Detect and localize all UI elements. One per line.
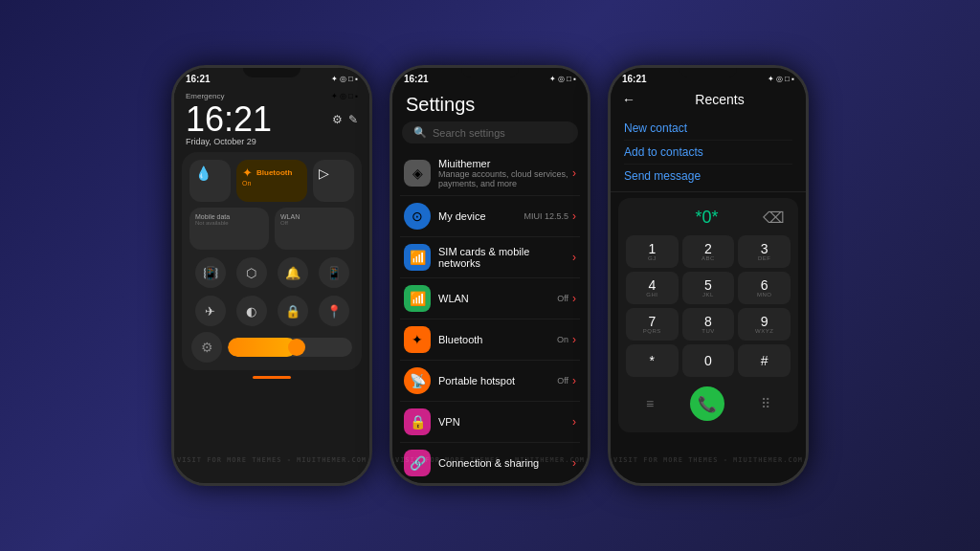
bluetooth-settings-icon: ✦ [404,326,431,353]
dial-key-0[interactable]: 0 [682,344,735,377]
dnd-btn[interactable]: ◐ [236,296,267,326]
wlan-name: WLAN [438,293,557,304]
wlan-value: Off [557,294,568,303]
chevron-icon: › [572,415,576,429]
dial-key-hash[interactable]: # [738,344,791,377]
settings-btn[interactable]: ⚙ [191,332,222,363]
chevron-icon: › [572,209,576,223]
dial-key-7[interactable]: 7 PQRS [626,308,679,341]
chevron-icon: › [572,333,576,346]
settings-item-miuithemer[interactable]: ◈ Miuithemer Manage accounts, cloud serv… [400,151,580,196]
sim-name: SIM cards & mobile networks [438,246,572,269]
miuithemer-sub: Manage accounts, cloud services, payment… [438,169,572,188]
dial-key-5[interactable]: 5 JKL [682,272,735,304]
menu-icon[interactable]: ≡ [646,396,654,411]
airplane-btn[interactable]: ✈ [195,296,226,326]
screen-3: 16:21 ✦ ◎ □ ▪ ← Recents New contact Add … [611,68,806,483]
dialer-number: *0* [651,208,763,228]
chevron-icon: › [572,251,576,264]
bluetooth-icon: ✦ [242,165,253,180]
backspace-icon[interactable]: ⌫ [763,209,785,227]
vpn-icon: 🔒 [404,408,431,435]
status-bar-2: 16:21 ✦ ◎ □ ▪ [392,68,588,86]
chevron-icon: › [572,374,576,387]
brightness-row: ⚙ [189,328,354,363]
control-row-2: Mobile data Not available WLAN Off [189,208,354,250]
search-bar[interactable]: 🔍 Search settings [402,121,578,143]
lock-btn[interactable]: 🔒 [278,296,308,326]
bell-btn[interactable]: 🔔 [278,257,308,288]
chevron-icon: › [572,166,576,180]
screen-1: 16:21 ✦ ◎ □ ▪ Emergency ✦ ◎ □ ▪ 16:21 ⚙ … [174,68,369,483]
arrow-tile[interactable]: ▷ [313,160,354,202]
sim-icon: 📶 [404,244,431,271]
clock-icons: ⚙ ✎ [332,113,358,126]
mydevice-icon: ⊙ [404,203,431,230]
dial-key-1[interactable]: 1 GJ [626,235,679,268]
new-contact-option[interactable]: New contact [624,117,792,141]
search-icon: 🔍 [413,126,427,139]
brightness-bar[interactable] [228,338,352,357]
screen-btn[interactable]: 📱 [319,257,349,288]
send-message-option[interactable]: Send message [624,165,792,187]
dial-key-9[interactable]: 9 WXYZ [738,308,791,341]
time-1: 16:21 [186,74,211,84]
bluetooth-label: Bluetooth [256,168,292,177]
hotspot-name: Portable hotspot [438,375,557,386]
lock-top: Emergency ✦ ◎ □ ▪ 16:21 ⚙ ✎ Friday, Octo… [174,86,369,146]
back-button[interactable]: ← [622,92,635,107]
wlan-label: WLAN [280,213,300,220]
settings-item-vpn[interactable]: 🔒 VPN › [400,402,580,443]
water-tile[interactable]: 💧 [189,160,231,202]
settings-item-sim[interactable]: 📶 SIM cards & mobile networks › [400,237,580,278]
mobile-data-tile[interactable]: Mobile data Not available [189,208,269,250]
phone-3: 16:21 ✦ ◎ □ ▪ ← Recents New contact Add … [608,65,809,486]
wlan-tile[interactable]: WLAN Off [275,208,354,250]
dialpad: 1 GJ 2 ABC 3 DEF 4 GHI 5 JKL [624,231,792,381]
gear-icon[interactable]: ⚙ [332,113,343,126]
icon-row-2: ✈ ◐ 🔒 📍 [189,294,354,328]
dial-key-3[interactable]: 3 DEF [738,235,791,268]
date-text: Friday, October 29 [186,137,358,146]
watermark-3: VISIT FOR MORE THEMES - MIUITHEMER.COM [611,456,806,464]
call-button[interactable]: 📞 [690,386,724,421]
add-to-contacts-option[interactable]: Add to contacts [624,141,792,165]
icon-row-1: 📳 ⬡ 🔔 📱 [189,255,354,290]
time-2: 16:21 [404,74,429,84]
vpn-name: VPN [438,416,572,428]
bluetooth-tile[interactable]: ✦ Bluetooth On [236,160,307,202]
hotspot-icon: 📡 [404,367,431,394]
edit-icon[interactable]: ✎ [348,113,358,126]
settings-item-hotspot[interactable]: 📡 Portable hotspot Off › [400,361,580,402]
dial-key-4[interactable]: 4 GHI [626,272,679,304]
miuithemer-icon: ◈ [404,160,431,187]
recents-options: New contact Add to contacts Send message [611,113,806,192]
dial-key-2[interactable]: 2 ABC [682,235,735,268]
nav-bar-1 [174,376,369,379]
dial-key-star[interactable]: * [626,344,679,377]
settings-list: ◈ Miuithemer Manage accounts, cloud serv… [392,151,588,483]
arrow-icon: ▷ [319,165,329,181]
status-bar-1: 16:21 ✦ ◎ □ ▪ [174,68,369,86]
dialpad-icon[interactable]: ⠿ [761,396,770,411]
chevron-icon: › [572,292,576,305]
brightness-thumb [288,339,305,356]
water-icon: 💧 [195,165,212,181]
dialer: *0* ⌫ 1 GJ 2 ABC 3 DEF 4 GHI [618,198,798,432]
phone-2: 16:21 ✦ ◎ □ ▪ Settings 🔍 Search settings… [390,65,590,486]
control-panel: 💧 ✦ Bluetooth On ▷ Mobile data Not ava [182,152,362,370]
settings-item-bluetooth[interactable]: ✦ Bluetooth On › [400,320,580,361]
settings-item-mydevice[interactable]: ⊙ My device MIUI 12.5.5 › [400,196,580,237]
dial-key-8[interactable]: 8 TUV [682,308,735,341]
brightness-fill [228,338,297,357]
vibrate-btn[interactable]: 📳 [195,257,226,288]
nfc-btn[interactable]: ⬡ [236,257,267,288]
location-btn[interactable]: 📍 [319,296,349,326]
watermark-2: VISIT FOR MORE THEMES - MIUITHEMER.COM [392,456,588,464]
dial-key-6[interactable]: 6 MNO [738,272,791,304]
status-icons-3: ✦ ◎ □ ▪ [768,75,794,83]
settings-item-wlan[interactable]: 📶 WLAN Off › [400,278,580,320]
wlan-status: Off [280,220,288,226]
status-bar-3: 16:21 ✦ ◎ □ ▪ [611,68,806,86]
time-3: 16:21 [622,74,647,84]
